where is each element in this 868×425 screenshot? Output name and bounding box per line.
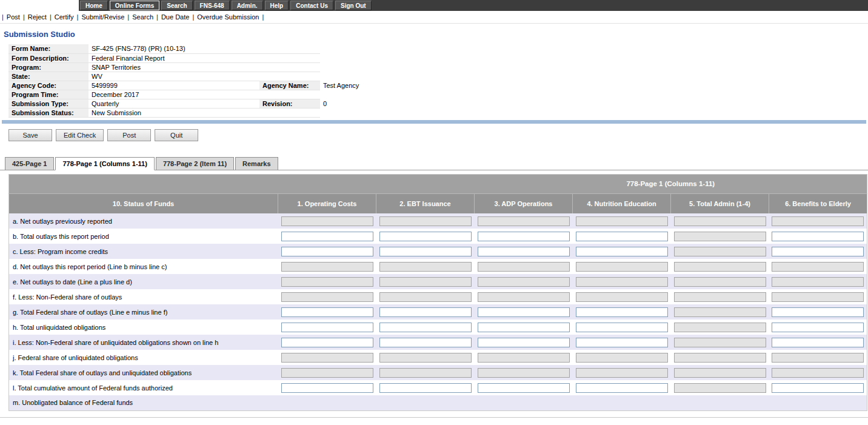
grid-cell: [671, 350, 769, 365]
input-l-col3[interactable]: [478, 383, 570, 393]
form-info-label: Submission Status:: [8, 108, 88, 117]
grid-cell: [475, 229, 573, 244]
quit-button[interactable]: Quit: [155, 129, 198, 141]
menubar-separator: |: [192, 13, 194, 21]
input-g-col6[interactable]: [772, 307, 864, 317]
nav-item-contact-us[interactable]: Contact Us: [290, 1, 333, 10]
input-f-col2: [379, 292, 472, 302]
input-l-col4[interactable]: [576, 383, 668, 393]
grid-cell: [376, 229, 475, 244]
input-i-col4[interactable]: [576, 338, 668, 347]
grid-cell: [573, 304, 671, 320]
menu-item-overdue-submission[interactable]: Overdue Submission: [197, 13, 259, 21]
input-b-col2[interactable]: [379, 232, 472, 241]
row-label: g. Total Federal share of outlays (Line …: [9, 304, 278, 320]
input-b-col3[interactable]: [478, 232, 570, 241]
form-info-value2: 0: [320, 99, 617, 108]
form-info-label2: [259, 90, 320, 99]
grid-cell: [769, 244, 867, 259]
menu-item-certify[interactable]: Certify: [55, 13, 74, 21]
input-l-col1[interactable]: [281, 383, 373, 393]
nav-item-fns-648[interactable]: FNS-648: [195, 1, 230, 10]
grid-cell: [475, 289, 573, 304]
tab-425-page-1[interactable]: 425-Page 1: [5, 157, 54, 170]
form-info-row: Form Description:Federal Financial Repor…: [8, 53, 617, 62]
nav-item-search[interactable]: Search: [161, 1, 192, 10]
nav-item-online-forms[interactable]: Online Forms: [110, 1, 159, 10]
input-b-col6[interactable]: [772, 232, 864, 241]
input-c-col1[interactable]: [281, 247, 373, 256]
input-j-col5: [674, 353, 766, 363]
form-info-row: Agency Code:5499999Agency Name:Test Agen…: [8, 81, 617, 90]
form-info-value2: [320, 53, 617, 62]
grid-row-e: e. Net outlays to date (Line a plus line…: [9, 274, 867, 289]
form-info-label2: [259, 44, 320, 53]
input-c-col4[interactable]: [576, 247, 668, 256]
top-navigation-bar: HomeOnline FormsSearchFNS-648Admin.HelpC…: [79, 0, 868, 11]
input-l-col2[interactable]: [379, 383, 472, 393]
tab-778-page-2-item-11[interactable]: 778-Page 2 (Item 11): [156, 157, 234, 170]
grid-row-l: l. Total cumulative amount of Federal fu…: [9, 380, 867, 395]
input-h-col3[interactable]: [478, 323, 570, 332]
grid-cell: [573, 244, 671, 259]
form-info-label: Form Description:: [8, 53, 88, 62]
nav-item-home[interactable]: Home: [80, 1, 108, 10]
save-button[interactable]: Save: [8, 129, 52, 141]
input-c-col3[interactable]: [478, 247, 570, 256]
menu-item-submit-revise[interactable]: Submit/Revise: [81, 13, 124, 21]
input-h-col2[interactable]: [379, 323, 472, 332]
input-c-col6[interactable]: [772, 247, 864, 256]
nav-item-help[interactable]: Help: [265, 1, 289, 10]
nav-item-sign-out[interactable]: Sign Out: [335, 1, 372, 10]
tab-strip: 425-Page 1778-Page 1 (Columns 1-11)778-P…: [0, 157, 868, 170]
input-l-col5: [674, 383, 766, 393]
input-j-col4: [576, 353, 668, 363]
form-info-value: New Submission: [88, 108, 259, 117]
input-i-col1[interactable]: [281, 338, 373, 347]
input-h-col4[interactable]: [576, 323, 668, 332]
input-c-col2[interactable]: [379, 247, 472, 256]
grid-cell: [376, 365, 475, 380]
input-b-col4[interactable]: [576, 232, 668, 241]
tab-remarks[interactable]: Remarks: [235, 157, 278, 170]
menu-item-post[interactable]: Post: [7, 13, 20, 21]
input-g-col1[interactable]: [281, 307, 373, 317]
input-g-col4[interactable]: [576, 307, 668, 317]
input-g-col2[interactable]: [379, 307, 472, 317]
menu-item-search[interactable]: Search: [132, 13, 153, 21]
input-l-col6[interactable]: [772, 383, 864, 393]
grid-cell: [769, 274, 867, 289]
input-k-col2: [379, 368, 472, 378]
grid-cell: [475, 259, 573, 274]
post-button[interactable]: Post: [107, 129, 151, 141]
input-d-col2: [379, 262, 472, 272]
grid-cell: [671, 380, 769, 395]
input-b-col1[interactable]: [281, 232, 373, 241]
tab-778-page-1-columns-1-11[interactable]: 778-Page 1 (Columns 1-11): [55, 157, 154, 170]
grid-body: 778-Page 1 (Columns 1-11)10. Status of F…: [9, 174, 867, 410]
input-g-col5: [674, 307, 766, 317]
row-label: m. Unobligated balance of Federal funds: [9, 395, 278, 410]
input-i-col3[interactable]: [478, 338, 570, 347]
grid-cell: [376, 320, 475, 335]
menu-item-due-date[interactable]: Due Date: [161, 13, 189, 21]
nav-item-admin[interactable]: Admin.: [232, 1, 263, 10]
input-d-col6: [772, 262, 864, 272]
input-d-col1: [281, 262, 373, 272]
form-info-label2: [259, 62, 320, 72]
menubar-separator: |: [156, 13, 158, 21]
menu-item-reject[interactable]: Reject: [28, 13, 47, 21]
grid-cell: [475, 213, 573, 229]
grid-row-i: i. Less: Non-Federal share of unliquidat…: [9, 335, 867, 350]
input-i-col6[interactable]: [772, 338, 864, 347]
grid-cell: [769, 289, 867, 304]
input-i-col2[interactable]: [379, 338, 472, 347]
form-info-value2: [320, 44, 617, 53]
input-g-col3[interactable]: [478, 307, 570, 317]
edit-check-button[interactable]: Edit Check: [56, 129, 104, 141]
input-h-col1[interactable]: [281, 323, 373, 332]
input-h-col6[interactable]: [772, 323, 864, 332]
input-k-col1: [281, 368, 373, 378]
column-header-6-benefits-to-elderly: 6. Benefits to Elderly: [769, 193, 867, 213]
input-a-col2: [379, 216, 472, 226]
